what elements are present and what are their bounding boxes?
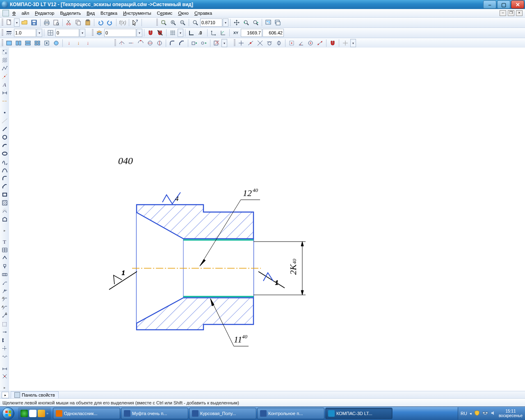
preview-button[interactable] <box>52 18 61 27</box>
close-button[interactable]: ✕ <box>511 0 524 9</box>
annot-view-icon[interactable]: ⬚ <box>1 320 8 327</box>
layers-button[interactable] <box>273 18 282 27</box>
tray-shield-icon[interactable] <box>474 410 480 417</box>
toolbar-grip[interactable] <box>92 29 94 37</box>
toolbar-grip[interactable] <box>2 39 3 47</box>
snap-target-dropdown[interactable]: ▾ <box>350 39 356 47</box>
maximize-button[interactable]: ▢ <box>497 0 510 9</box>
snap-tan-button[interactable] <box>265 39 274 48</box>
fillet-button[interactable] <box>168 39 177 48</box>
magnet-red-button[interactable] <box>146 28 155 37</box>
open-button[interactable] <box>20 18 29 27</box>
quick-mail-icon[interactable] <box>38 410 45 417</box>
annot-table-icon[interactable] <box>1 247 8 254</box>
mdi-close-button[interactable]: × <box>516 10 523 16</box>
cut-button[interactable] <box>64 18 73 27</box>
collapse-panel-button[interactable]: ▸ <box>2 392 9 398</box>
round-button[interactable]: .0 <box>196 28 205 37</box>
annot-wave-icon[interactable] <box>1 353 8 360</box>
taskbar-button[interactable]: Курсовая_Полу... <box>189 408 256 419</box>
coord-xy-button[interactable]: XY <box>231 28 240 37</box>
grid-dropdown[interactable]: ▾ <box>178 29 183 37</box>
draw-equid-icon[interactable] <box>1 207 8 215</box>
fx-button[interactable]: f(x) <box>118 18 127 27</box>
snap-grid-button[interactable] <box>287 39 296 48</box>
step-dropdown[interactable]: ▾ <box>80 29 85 37</box>
snap-angle-button[interactable] <box>297 39 306 48</box>
new-doc-button[interactable] <box>5 18 14 27</box>
geom-pline-icon[interactable] <box>1 65 8 72</box>
geom-point-icon[interactable] <box>1 48 8 56</box>
minimize-button[interactable]: – <box>483 0 496 9</box>
menu-service[interactable]: Сервис <box>157 11 173 16</box>
snap-norm-button[interactable] <box>274 39 283 48</box>
geom-hatch2-icon[interactable] <box>1 57 8 64</box>
draw-spline-icon[interactable] <box>1 158 8 165</box>
drawing-canvas[interactable]: 040 12 40 11 40 2K 40 4 1 1 <box>9 48 525 391</box>
anchor2-button[interactable]: ↓ <box>74 39 83 48</box>
zoom-prev-button[interactable] <box>242 18 251 27</box>
tray-clock[interactable]: 15:11 воскресенье <box>499 409 523 418</box>
scale-input[interactable] <box>14 29 36 37</box>
edit-trim-button[interactable] <box>117 39 126 48</box>
lang-indicator[interactable]: RU <box>461 411 467 416</box>
view-mode5[interactable] <box>42 39 51 48</box>
convert1-button[interactable] <box>190 39 199 48</box>
snap-target-button[interactable] <box>341 39 350 48</box>
draw-point-icon[interactable] <box>1 109 8 116</box>
quick-doc-icon[interactable] <box>29 410 37 417</box>
toolbar-grip[interactable] <box>114 39 116 47</box>
properties-panel-tab[interactable]: Панель свойств <box>11 391 59 399</box>
layer-mgr-button[interactable] <box>95 28 104 37</box>
layer-dropdown[interactable]: ▾ <box>137 29 142 37</box>
zoom-dropdown[interactable]: ▾ <box>223 18 228 27</box>
taskbar-button[interactable]: Контрольное п... <box>257 408 324 419</box>
chamfer-button[interactable] <box>177 39 186 48</box>
step-button[interactable] <box>46 28 55 37</box>
snap-near-button[interactable] <box>237 39 246 48</box>
menu-view[interactable]: Вид <box>87 11 95 16</box>
menu-edit[interactable]: Редактор <box>35 11 54 16</box>
geom-aux-icon[interactable] <box>1 73 8 80</box>
taskbar-button[interactable]: КОМПАС-3D LT... <box>325 408 393 419</box>
draw-xline-icon[interactable] <box>1 117 8 125</box>
view-mode1[interactable] <box>5 39 14 48</box>
cleanup-button[interactable] <box>212 39 221 48</box>
view-mode2[interactable] <box>14 39 23 48</box>
dim-coincide-icon[interactable] <box>1 372 8 380</box>
edit-cut1-button[interactable] <box>146 39 155 48</box>
ortho-button[interactable] <box>187 28 196 37</box>
save-button[interactable] <box>30 18 39 27</box>
view-mode3[interactable] <box>23 39 32 48</box>
zoom-scale-button[interactable] <box>191 18 200 27</box>
menu-file[interactable]: Файл <box>12 11 29 16</box>
convert2-button[interactable] <box>199 39 208 48</box>
draw-contour-icon[interactable] <box>1 215 8 223</box>
tray-network-icon[interactable] <box>482 410 488 417</box>
scale-dropdown[interactable]: ▾ <box>37 29 42 37</box>
annot-base-icon[interactable] <box>1 263 8 270</box>
draw-chamfer-icon[interactable] <box>1 183 8 190</box>
grid-button[interactable] <box>168 28 177 37</box>
draw-arc-icon[interactable] <box>1 142 8 149</box>
lcs-button[interactable] <box>209 28 218 37</box>
annot-tol-icon[interactable] <box>1 271 8 278</box>
doc-sysmenu-icon[interactable] <box>2 10 9 16</box>
draw-line-icon[interactable] <box>1 126 8 133</box>
taskbar-button[interactable]: Одноклассник... <box>53 408 120 419</box>
undo-button[interactable] <box>96 18 105 27</box>
zoom-out-button[interactable] <box>178 18 187 27</box>
annot-section-icon[interactable] <box>1 336 8 344</box>
quick-expand-icon[interactable]: » <box>46 411 48 415</box>
menu-tools[interactable]: Инструменты <box>123 11 151 16</box>
expand2-icon[interactable]: ▸ <box>1 384 8 391</box>
draw-bezier-icon[interactable] <box>1 166 8 173</box>
menu-select[interactable]: Выделить <box>60 11 81 16</box>
annot-weld-icon[interactable] <box>1 288 8 295</box>
pan-button[interactable] <box>232 18 241 27</box>
toolbar-grip[interactable] <box>156 19 158 26</box>
draw-hatch-icon[interactable] <box>1 199 8 206</box>
annot-arrow-icon[interactable] <box>1 328 8 336</box>
mdi-restore-button[interactable]: ❐ <box>508 10 514 16</box>
view-mode6[interactable] <box>52 39 61 48</box>
